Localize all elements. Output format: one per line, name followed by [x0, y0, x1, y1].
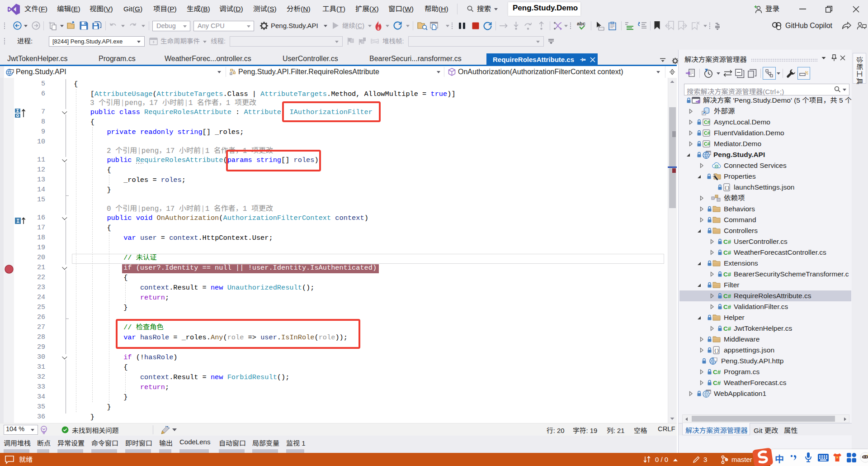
svg-text:{}: {}: [714, 348, 719, 353]
svg-text:C#: C#: [723, 249, 731, 256]
svg-text:C#: C#: [713, 380, 721, 386]
svg-text:C#: C#: [704, 130, 710, 136]
svg-text:C#: C#: [723, 325, 731, 332]
svg-text:abc: abc: [577, 21, 585, 26]
svg-text:C#: C#: [723, 293, 731, 300]
svg-text:C#: C#: [704, 119, 710, 125]
svg-text:{}: {}: [725, 185, 730, 190]
svg-text:C#: C#: [713, 369, 721, 376]
svg-text:C#: C#: [723, 238, 731, 245]
svg-text:C#: C#: [723, 304, 731, 310]
svg-text:C#: C#: [704, 141, 710, 147]
svg-text:C#: C#: [723, 271, 731, 278]
